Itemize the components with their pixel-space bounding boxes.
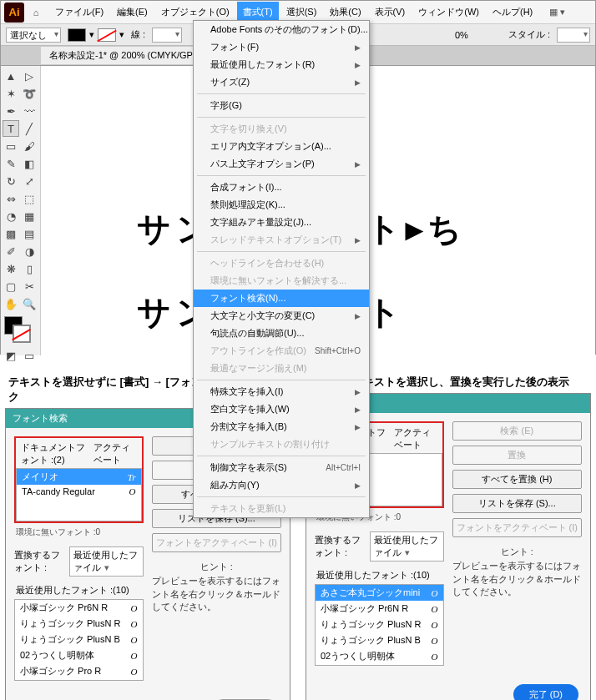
zoom-tool[interactable]: 🔍 (21, 295, 38, 312)
menu-item[interactable]: フォント検索(N)... (194, 290, 369, 307)
fill-stroke-indicator[interactable] (3, 316, 38, 346)
menu-item[interactable]: 合成フォント(I)... (194, 179, 369, 196)
replace-font-dd[interactable]: 最近使用したファイル (69, 546, 144, 577)
hand-tool[interactable]: ✋ (3, 295, 19, 312)
menu-item[interactable]: サイズ(Z)▶ (194, 73, 369, 91)
screen-mode-icon[interactable]: ▭ (21, 347, 38, 364)
menu-item[interactable]: 句読点の自動調節(U)... (194, 325, 369, 342)
font-row[interactable]: りょうゴシック PlusN BO (316, 632, 443, 648)
arrange-docs-icon[interactable]: ▦ ▾ (545, 3, 569, 22)
save-list-button[interactable]: リストを保存 (S)... (452, 494, 582, 513)
replace-font-dd[interactable]: 最近使用したファイル (370, 531, 444, 562)
line-tool[interactable]: ╱ (21, 120, 38, 137)
direct-select-tool[interactable]: ▷ (21, 68, 38, 84)
menu-item[interactable]: 空白文字を挿入(W)▶ (194, 400, 369, 418)
menu-item[interactable]: 禁則処理設定(K)... (194, 196, 369, 214)
font-row[interactable]: あさご本丸ゴシックminiO (316, 585, 443, 601)
style-dd[interactable] (557, 28, 590, 43)
font-row[interactable]: りょうゴシック PlusN RO (15, 616, 143, 632)
free-transform-tool[interactable]: ⬚ (21, 190, 38, 207)
menu-item[interactable]: パス上文字オプション(P)▶ (194, 155, 369, 173)
activate-fonts-button[interactable]: フォントをアクティベート (I) (452, 518, 582, 537)
font-row[interactable]: 小塚ゴシック Pr6N RO (15, 600, 143, 616)
stroke-box[interactable] (13, 325, 31, 343)
stroke-swatch[interactable] (98, 28, 116, 42)
menu-item[interactable]: Adobe Fonts のその他のフォント(D)... (194, 21, 369, 38)
recent-fonts-list[interactable]: 小塚ゴシック Pr6N ROりょうゴシック PlusN ROりょうゴシック Pl… (14, 599, 144, 681)
stroke-label: 線 : (131, 28, 145, 41)
search-button[interactable]: 検索 (E) (452, 421, 582, 441)
pen-tool[interactable]: ✒ (3, 103, 19, 119)
menu-edit[interactable]: 編集(E) (111, 2, 154, 23)
menu-item[interactable]: エリア内文字オプション(A)... (194, 138, 369, 155)
menu-item[interactable]: 制御文字を表示(S)Alt+Ctrl+I (194, 459, 369, 476)
symbol-tool[interactable]: ❋ (3, 260, 19, 277)
fill-swatch[interactable] (68, 28, 86, 42)
menu-item[interactable]: 分割文字を挿入(B)▶ (194, 418, 369, 436)
app-logo: Ai (4, 3, 24, 23)
curvature-tool[interactable]: 〰 (21, 103, 38, 119)
lasso-tool[interactable]: ➰ (21, 85, 38, 102)
menu-item[interactable]: 組み方向(Y)▶ (194, 476, 369, 494)
font-row[interactable]: 小塚ゴシック Pr6N RO (316, 601, 443, 617)
color-mode-icon[interactable]: ◩ (3, 347, 19, 364)
home-icon[interactable]: ⌂ (28, 4, 44, 21)
sample-text-3: ト▸ち (366, 206, 467, 252)
font-row[interactable]: りょうゴシック PlusN BO (15, 632, 143, 647)
menu-help[interactable]: ヘルプ(H) (487, 2, 538, 23)
stroke-weight-dd[interactable] (152, 28, 182, 43)
mesh-tool[interactable]: ▩ (3, 225, 19, 242)
hint-body: プレビューを表示するにはフォント名を右クリック＆ホールドしてください。 (452, 560, 582, 598)
scale-tool[interactable]: ⤢ (21, 173, 38, 189)
type-tool[interactable]: T (3, 120, 19, 137)
shape-builder-tool[interactable]: ◔ (3, 208, 19, 224)
gradient-tool[interactable]: ▤ (21, 225, 38, 242)
blend-tool[interactable]: ◑ (21, 243, 38, 259)
menu-item[interactable]: 最近使用したフォント(R)▶ (194, 56, 369, 73)
font-row[interactable]: TA-candy RegularO (17, 485, 141, 498)
selection-tool[interactable]: ▲ (3, 68, 19, 84)
font-row[interactable]: TBシネマ丸ゴシック Std MO (15, 679, 143, 681)
doc-fonts-highlight: ドキュメントフォント :(2) アクティベート メイリオTrTA-candy R… (14, 436, 144, 523)
font-row[interactable]: りょうゴシック PlusN RO (316, 617, 443, 632)
rotate-tool[interactable]: ↻ (3, 173, 19, 189)
menu-window[interactable]: ウィンドウ(W) (412, 2, 485, 23)
doc-fonts-list[interactable]: メイリオTrTA-candy RegularO (16, 468, 142, 521)
menu-item: ヘッドラインを合わせる(H) (194, 254, 369, 272)
magic-wand-tool[interactable]: ✶ (3, 85, 19, 102)
font-row[interactable]: 小塚ゴシック Pro RO (15, 663, 143, 679)
menu-item[interactable]: 字形(G) (194, 97, 369, 114)
width-tool[interactable]: ⇔ (3, 190, 19, 207)
hint-title: ヒント : (452, 546, 582, 558)
opacity-value: 0% (455, 30, 468, 40)
selection-dd[interactable]: 選択なし (6, 28, 61, 43)
menu-item[interactable]: 特殊文字を挿入(I)▶ (194, 383, 369, 400)
replace-all-button[interactable]: すべてを置換 (H) (452, 470, 582, 489)
toolbox: ▲ ▷ ✶ ➰ ✒ 〰 T ╱ ▭ 🖌 ✎ ◧ ↻ ⤢ ⇔ ⬚ ◔ ▦ ▩ ▤ … (1, 66, 41, 355)
paintbrush-tool[interactable]: 🖌 (21, 138, 38, 154)
illustrator-window: Ai ⌂ ファイル(F) 編集(E) オブジェクト(O) 書式(T) 選択(S)… (0, 0, 596, 355)
menu-view[interactable]: 表示(V) (369, 2, 412, 23)
graph-tool[interactable]: ▯ (21, 260, 38, 277)
font-row[interactable]: メイリオTr (17, 469, 141, 485)
menu-item[interactable]: フォント(F)▶ (194, 38, 369, 56)
menu-item[interactable]: 文字組みアキ量設定(J)... (194, 214, 369, 231)
perspective-tool[interactable]: ▦ (21, 208, 38, 224)
eraser-tool[interactable]: ◧ (21, 155, 38, 172)
font-row[interactable]: 02うつくし明朝体O (316, 648, 443, 664)
shaper-tool[interactable]: ✎ (3, 155, 19, 172)
menu-item[interactable]: 大文字と小文字の変更(C)▶ (194, 307, 369, 325)
recent-fonts-label: 最近使用したフォント :(10) (315, 567, 444, 584)
font-row[interactable]: 02うつくし明朝体O (15, 647, 143, 663)
menu-file[interactable]: ファイル(F) (49, 2, 109, 23)
recent-fonts-list[interactable]: あさご本丸ゴシックminiO小塚ゴシック Pr6N ROりょうゴシック Plus… (315, 584, 444, 666)
rectangle-tool[interactable]: ▭ (3, 138, 19, 154)
replace-button[interactable]: 置換 (452, 446, 582, 465)
env-fonts-label: 環境に無いフォント :0 (14, 523, 144, 541)
slice-tool[interactable]: ✂ (21, 278, 38, 295)
done-button[interactable]: 完了 (D) (513, 684, 578, 700)
eyedropper-tool[interactable]: ✐ (3, 243, 19, 259)
activate-fonts-button[interactable]: フォントをアクティベート (I) (152, 533, 281, 552)
font-row[interactable]: 小塚ゴシック Pro RO (316, 664, 443, 666)
artboard-tool[interactable]: ▢ (3, 278, 19, 295)
